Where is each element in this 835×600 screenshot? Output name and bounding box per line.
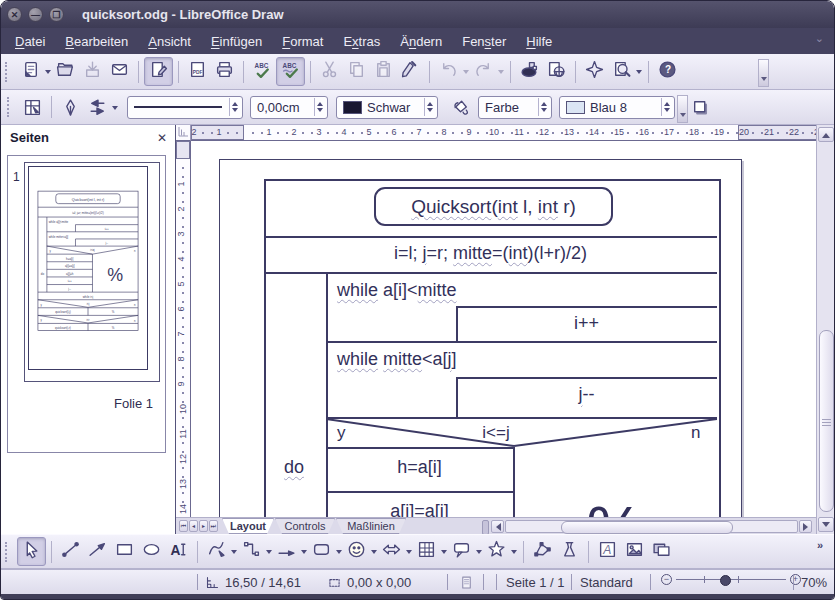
scroll-right-button[interactable] [799,520,812,533]
fill-color-select[interactable]: Blau 8 [559,96,675,119]
vertical-scrollbar[interactable] [816,125,834,534]
zoom-level-value[interactable]: 70% [801,575,827,590]
shadow-toggle-button[interactable] [687,94,714,121]
edit-points-mode-button[interactable] [57,94,84,121]
stars-button[interactable] [483,538,510,565]
first-page-tab-button[interactable]: ⏮ [179,520,188,532]
line-arrow-dropdown-arrow[interactable] [301,550,307,557]
slide-thumbnail-selected[interactable]: Quicksort(int l, int r) i=l; j=r; mitte=… [24,162,160,382]
close-icon[interactable]: ✕ [157,131,167,145]
toolbar-overflow-chevrons[interactable]: » [817,539,823,551]
vertical-scrollbar-thumb[interactable] [819,330,834,512]
previous-page-tab-button[interactable]: ◂ [189,520,198,532]
flowchart-dropdown-arrow[interactable] [441,550,447,557]
last-page-tab-button[interactable]: ⏭ [209,520,218,532]
next-page-tab-button[interactable]: ▸ [199,520,208,532]
diagram-dec-text[interactable]: j-- [456,384,717,405]
rectangle-button[interactable] [111,538,138,565]
zoom-button[interactable] [608,58,635,85]
new-document-button[interactable] [17,58,44,85]
diagram-while2-text[interactable]: while mitte<a[j] [337,349,457,370]
diagram-title-box[interactable]: Quicksort(int l, int r) [374,187,613,226]
undo-dropdown-arrow[interactable] [463,70,469,77]
redo-dropdown-arrow[interactable] [498,70,504,77]
scroll-up-button[interactable] [818,127,834,142]
navigator-button[interactable] [581,58,608,85]
text-tool-button[interactable]: A [165,538,192,565]
stars-dropdown-arrow[interactable] [511,550,517,557]
diagram-init-text[interactable]: i=l; j=r; mitte=(int)(l+r)/2) [266,243,715,264]
print-direct-button[interactable] [211,58,238,85]
email-button[interactable] [106,58,133,85]
block-arrows-dropdown-arrow[interactable] [406,550,412,557]
diagram-cond-expr[interactable]: i<=j [441,423,551,443]
zoom-slider-thumb[interactable] [720,575,731,586]
toolbar-overflow-button[interactable] [677,95,688,123]
help-button[interactable]: ? [654,58,681,85]
clone-formatting-button[interactable] [397,58,424,85]
page-style-value[interactable]: Standard [580,575,633,590]
arrow-style-dropdown-arrow[interactable] [112,106,118,113]
zoom-dropdown-arrow[interactable] [636,70,642,77]
menu-extras[interactable]: Extras [333,31,390,52]
line-button[interactable] [57,538,84,565]
fill-type-select[interactable]: Farbe [478,96,552,119]
styles-button[interactable] [19,94,46,121]
toolbar-grip[interactable] [7,97,13,117]
basic-shapes-dropdown-arrow[interactable] [336,550,342,557]
open-button[interactable] [52,58,79,85]
symbol-shapes-button[interactable] [343,538,370,565]
hyperlink-button[interactable] [543,58,570,85]
toolbar-grip[interactable] [5,542,11,562]
menu-ansicht[interactable]: Ansicht [138,31,201,52]
chart-button[interactable] [516,58,543,85]
arrow-button[interactable] [84,538,111,565]
menu-einfgen[interactable]: Einfügen [201,31,272,52]
zoom-slider[interactable]: − + [661,574,801,585]
drawing-canvas[interactable]: Quicksort(int l, int r) i=l; j=r; mitte=… [191,141,816,517]
close-window-button[interactable]: ✕ [7,7,22,22]
freeform-dropdown-arrow[interactable] [231,550,237,557]
new-document-dropdown-arrow[interactable] [45,70,51,77]
toolbar-grip[interactable] [5,62,11,82]
chevron-down-icon[interactable]: ⌄ [815,32,824,45]
pane-splitter[interactable] [482,520,489,535]
diagram-percent-text[interactable]: % [513,493,717,517]
callouts-button[interactable] [448,538,475,565]
scroll-down-button[interactable] [818,517,834,532]
horizontal-scrollbar-thumb[interactable] [561,521,733,534]
export-pdf-button[interactable]: PDF [184,58,211,85]
select-button[interactable] [17,537,46,566]
basic-shapes-button[interactable] [308,538,335,565]
insert-image-button[interactable] [621,538,648,565]
arrow-style-button[interactable] [84,94,111,121]
scroll-left-button[interactable] [491,520,504,533]
ellipse-button[interactable] [138,538,165,565]
freeform-button[interactable] [203,538,230,565]
fontwork-button[interactable]: A [594,538,621,565]
spellcheck-button[interactable]: ABC [249,58,276,85]
tab-controls[interactable]: Controls [275,518,335,534]
line-width-input[interactable]: 0,00cm [250,96,328,119]
spinner-arrows[interactable] [538,98,549,116]
menu-format[interactable]: Format [272,31,333,52]
line-color-select[interactable]: Schwar [336,96,438,119]
menu-datei[interactable]: Datei [5,31,55,52]
auto-spellcheck-button[interactable]: ABC [276,57,305,86]
spinner-arrows[interactable] [314,98,325,116]
menu-fenster[interactable]: Fenster [452,31,516,52]
menu-ndern[interactable]: Ändern [390,31,452,52]
horizontal-scrollbar[interactable] [505,520,798,533]
spinner-arrows[interactable] [424,98,435,116]
area-fill-button[interactable] [447,94,474,121]
toolbar-overflow-button[interactable] [758,59,769,87]
glue-points-button[interactable] [556,538,583,565]
flowchart-button[interactable] [413,538,440,565]
diagram-do-text[interactable]: do [264,457,324,478]
diagram-inc-text[interactable]: i++ [456,313,717,334]
line-arrow-button[interactable] [273,538,300,565]
symbol-shapes-dropdown-arrow[interactable] [371,550,377,557]
spinner-arrows[interactable] [661,98,672,116]
diagram-assign-h-text[interactable]: h=a[i] [326,457,513,478]
connector-dropdown-arrow[interactable] [266,550,272,557]
